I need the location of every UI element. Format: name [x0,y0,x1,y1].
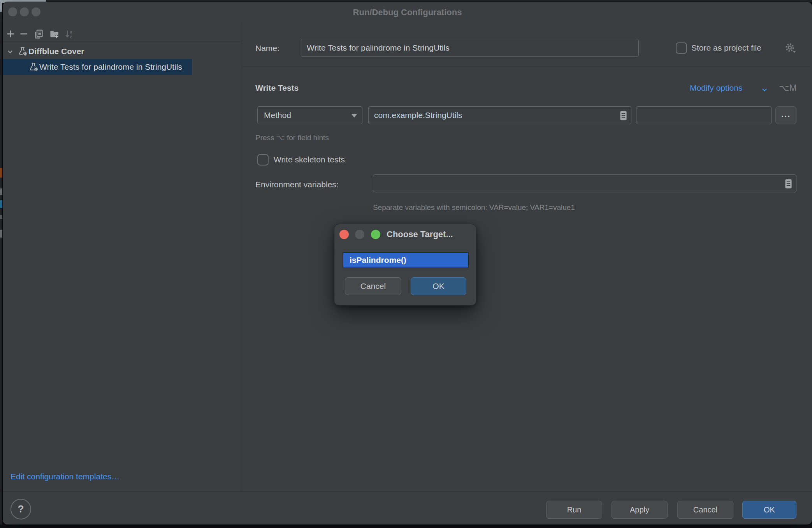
ok-button[interactable]: OK [742,501,796,519]
name-label: Name: [255,44,279,53]
run-button[interactable]: Run [546,501,602,519]
environment-variables-label: Environment variables: [255,180,339,189]
diffblue-flask-icon [18,46,28,56]
apply-button[interactable]: Apply [612,501,668,519]
add-configuration-button[interactable] [4,28,17,40]
dialog-zoom-button[interactable] [371,230,380,239]
dialog-ok-button[interactable]: OK [411,277,466,295]
cancel-button[interactable]: Cancel [677,501,733,519]
screen: Run/Debug Configurations az Diffblue Cov… [0,0,812,528]
modify-options-link[interactable]: Modify options [690,83,742,93]
store-options-gear-icon[interactable] [784,42,797,55]
plus-icon [5,29,16,39]
tree-group-diffblue-cover[interactable]: Diffblue Cover [3,44,242,59]
background-sliver [0,215,2,219]
edit-configuration-templates-link[interactable]: Edit configuration templates… [11,472,120,481]
ellipsis-icon: … [781,108,791,119]
tree-group-label[interactable]: Diffblue Cover [28,47,84,56]
dialog-title: Choose Target... [387,229,453,239]
background-edge-strip [0,12,2,524]
tree-item-label[interactable]: Write Tests for palindrome in StringUtil… [39,62,182,72]
sort-az-icon: az [64,29,74,39]
target-type-select[interactable]: Method [257,106,362,124]
macro-list-icon[interactable] [784,178,793,189]
chevron-down-icon[interactable] [761,86,768,93]
name-input[interactable]: Write Tests for palindrome in StringUtil… [301,39,639,57]
background-sliver [0,188,2,195]
store-as-project-file-label[interactable]: Store as project file [691,43,761,53]
window-title: Run/Debug Configurations [3,7,812,18]
panel-divider [242,23,242,491]
tree-item-selected[interactable]: Write Tests for palindrome in StringUtil… [3,59,192,75]
chevron-down-icon[interactable] [6,48,14,56]
minus-icon [19,29,29,39]
toolbar-divider [3,42,242,42]
copy-configuration-button[interactable] [32,28,45,40]
help-button[interactable]: ? [11,499,31,519]
field-hints-text: Press ⌥ for field hints [255,133,329,142]
dialog-minimize-button[interactable] [355,230,364,239]
target-class-value: com.example.StringUtils [374,111,462,120]
environment-variables-input[interactable] [373,174,796,192]
background-sliver [0,230,2,238]
dropdown-arrow-icon [352,114,357,118]
macro-list-icon[interactable] [619,110,627,121]
target-method-input[interactable] [636,106,772,124]
section-title: Write Tests [255,83,299,93]
write-skeleton-tests-label[interactable]: Write skeleton tests [274,155,345,164]
modify-options-shortcut: ⌥M [779,83,797,93]
background-sliver [0,200,2,208]
copy-icon [33,29,44,39]
folder-plus-icon [49,29,60,39]
sort-configurations-button[interactable]: az [63,28,75,40]
dialog-close-button[interactable] [339,230,349,239]
svg-text:a: a [70,29,72,34]
choose-target-dialog: Choose Target... isPalindrome() Cancel O… [334,224,476,306]
name-section-divider [242,66,809,67]
browse-button[interactable]: … [775,106,796,124]
target-type-value: Method [264,107,291,124]
footer-divider [3,491,812,492]
store-as-project-file-checkbox[interactable] [676,42,687,54]
dialog-cancel-button[interactable]: Cancel [345,277,401,295]
target-list: isPalindrome() [343,252,469,268]
diffblue-flask-icon [28,62,39,72]
question-mark-icon: ? [18,503,24,515]
write-skeleton-tests-checkbox[interactable] [257,154,269,165]
environment-variables-hint: Separate variables with semicolon: VAR=v… [373,203,575,212]
background-fragment [0,0,2,12]
background-sliver [0,168,2,178]
remove-configuration-button[interactable] [18,28,30,40]
target-list-item-selected[interactable]: isPalindrome() [343,253,468,268]
target-class-input[interactable]: com.example.StringUtils [368,106,631,124]
svg-text:z: z [70,34,72,39]
new-folder-button[interactable] [48,28,60,40]
